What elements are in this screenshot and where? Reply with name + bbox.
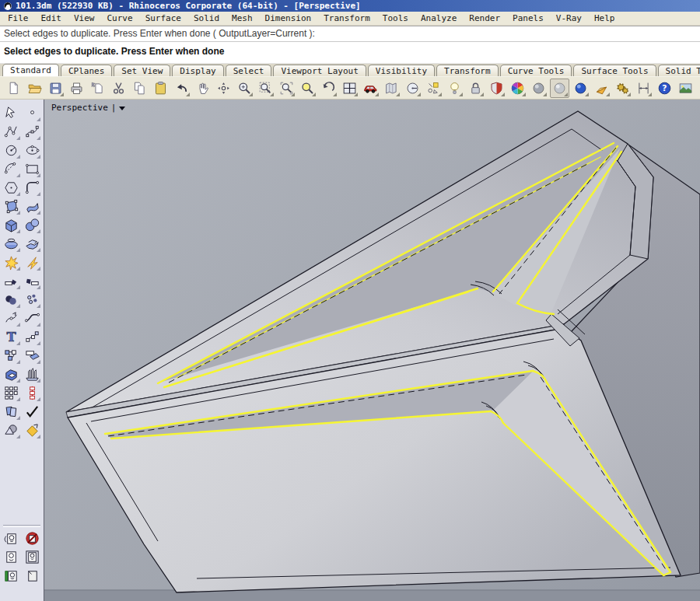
sidebar-ellipse-button[interactable] bbox=[23, 142, 42, 159]
toolbar-vray-cone-button[interactable] bbox=[592, 79, 611, 98]
toolbar-zoom-window-button[interactable] bbox=[298, 79, 317, 98]
sidebar-move-points-button[interactable] bbox=[23, 328, 42, 346]
sidebar-curve-corner-button[interactable] bbox=[23, 179, 42, 197]
toolbar-ghosted-sphere-button[interactable] bbox=[550, 79, 569, 98]
sidebar-single-point-button[interactable] bbox=[23, 104, 42, 122]
sidebar-linear-array-button[interactable] bbox=[23, 384, 42, 402]
toolbar-named-cplane-button[interactable] bbox=[382, 79, 401, 98]
toolbar-options-gears-button[interactable] bbox=[613, 79, 632, 98]
menu-v-ray[interactable]: V-Ray bbox=[550, 12, 588, 26]
sidebar-shear-button[interactable] bbox=[23, 347, 42, 365]
menu-solid[interactable]: Solid bbox=[187, 12, 226, 26]
toolbar-rendered-sphere-button[interactable] bbox=[571, 79, 590, 98]
sidebar-rect-array-button[interactable] bbox=[2, 384, 21, 402]
tab-display[interactable]: Display bbox=[172, 65, 223, 76]
toolbar-pan-hand-button[interactable] bbox=[193, 79, 212, 98]
sidebar-point-cloud-button[interactable] bbox=[23, 291, 42, 309]
sidebar-adjust-curve-button[interactable] bbox=[2, 309, 21, 327]
viewport-dropdown-icon[interactable] bbox=[119, 107, 125, 110]
toolbar-render-image-button[interactable] bbox=[676, 79, 695, 98]
sidebar-ribs-button[interactable] bbox=[23, 365, 42, 383]
sidebar-boolean-solids-button[interactable] bbox=[2, 421, 21, 439]
sidebar-spheres-button[interactable] bbox=[23, 216, 42, 234]
viewport-title-label[interactable]: Perspective bbox=[51, 103, 108, 114]
tab-standard[interactable]: Standard bbox=[2, 64, 59, 76]
toolbar-lock-button[interactable] bbox=[466, 79, 485, 98]
toolbar-select-objects-button[interactable] bbox=[424, 79, 443, 98]
menu-transform[interactable]: Transform bbox=[317, 12, 376, 26]
toolbar-color-wheel-button[interactable] bbox=[508, 79, 527, 98]
sidebar-group-button[interactable] bbox=[2, 403, 21, 421]
toolbar-lamp-button[interactable] bbox=[445, 79, 464, 98]
sidebar-chamfer-left-button[interactable] bbox=[2, 272, 21, 290]
tab-visibility[interactable]: Visibility bbox=[368, 65, 435, 76]
toolbar-zoom-dynamic-button[interactable] bbox=[235, 79, 254, 98]
viewport-title[interactable]: Perspective | bbox=[51, 103, 125, 114]
sidebar-surface-from-points-button[interactable] bbox=[2, 197, 21, 215]
menu-render[interactable]: Render bbox=[463, 12, 506, 26]
sidebar-select-arrow-button[interactable] bbox=[2, 104, 21, 122]
toolbar-export-file-button[interactable] bbox=[88, 79, 107, 98]
toolbar-set-view-button[interactable] bbox=[403, 79, 422, 98]
sidebar-torus-button[interactable] bbox=[2, 235, 21, 253]
tab-surface-tools[interactable]: Surface Tools bbox=[573, 65, 656, 76]
window-titlebar[interactable]: 101.3dm (522930 KB) - Rhinoceros Corpora… bbox=[0, 0, 700, 12]
toolbar-print-button[interactable] bbox=[67, 79, 86, 98]
menu-curve[interactable]: Curve bbox=[101, 12, 139, 26]
menu-file[interactable]: File bbox=[2, 12, 35, 26]
menu-mesh[interactable]: Mesh bbox=[226, 12, 259, 26]
toolbar-copy-button[interactable] bbox=[130, 79, 149, 98]
sidebar-vray-disabled-button[interactable] bbox=[23, 529, 42, 547]
sidebar-explode-button[interactable] bbox=[2, 253, 21, 271]
sidebar-box-button[interactable] bbox=[2, 216, 21, 234]
sidebar-surface-sheets-button[interactable] bbox=[23, 235, 42, 253]
sidebar-check-mark-button[interactable] bbox=[23, 403, 42, 421]
sidebar-text-button[interactable]: T bbox=[2, 328, 21, 346]
sidebar-vray-rotate-frame-button[interactable] bbox=[2, 529, 21, 547]
tab-cplanes[interactable]: CPlanes bbox=[61, 65, 112, 76]
toolbar-undo-button[interactable] bbox=[172, 79, 191, 98]
sidebar-curved-surface-button[interactable] bbox=[23, 197, 42, 215]
sidebar-fillet-surface-button[interactable] bbox=[23, 253, 42, 271]
sidebar-vray-frame-a-button[interactable] bbox=[2, 548, 21, 566]
toolbar-shaded-sphere-button[interactable] bbox=[529, 79, 548, 98]
sidebar-solid-edit-button[interactable] bbox=[2, 365, 21, 383]
toolbar-viewport-layout-button[interactable] bbox=[340, 79, 359, 98]
sidebar-vray-frame-d-button[interactable] bbox=[23, 567, 42, 585]
sidebar-patch-corner-button[interactable] bbox=[23, 421, 42, 439]
toolbar-open-file-button[interactable] bbox=[25, 79, 44, 98]
menu-edit[interactable]: Edit bbox=[35, 12, 68, 26]
toolbar-car-button[interactable] bbox=[361, 79, 380, 98]
tab-solid-tools[interactable]: Solid Tools bbox=[658, 65, 700, 76]
menu-surface[interactable]: Surface bbox=[139, 12, 187, 26]
tab-curve-tools[interactable]: Curve Tools bbox=[500, 65, 572, 76]
menu-dimension[interactable]: Dimension bbox=[259, 12, 318, 26]
sidebar-polyline-button[interactable] bbox=[2, 123, 21, 141]
sidebar-vray-frame-b-button[interactable] bbox=[23, 548, 42, 566]
menu-help[interactable]: Help bbox=[588, 12, 621, 26]
sidebar-blend-curve-button[interactable] bbox=[23, 309, 42, 327]
menu-panels[interactable]: Panels bbox=[506, 12, 550, 26]
sidebar-rectangle-button[interactable] bbox=[23, 160, 42, 178]
toolbar-new-file-button[interactable] bbox=[4, 79, 23, 98]
toolbar-shield-button[interactable] bbox=[487, 79, 506, 98]
toolbar-help-button[interactable]: ? bbox=[655, 79, 674, 98]
command-prompt[interactable]: Select edges to duplicate. Press Enter w… bbox=[0, 42, 700, 64]
toolbar-zoom-selected-button[interactable] bbox=[277, 79, 296, 98]
menu-tools[interactable]: Tools bbox=[376, 12, 415, 26]
sidebar-curve-boolean-button[interactable] bbox=[2, 291, 21, 309]
tab-transform[interactable]: Transform bbox=[436, 65, 499, 76]
toolbar-undo-view-button[interactable] bbox=[319, 79, 338, 98]
sidebar-blocks-button[interactable] bbox=[2, 347, 21, 365]
tab-viewport-layout[interactable]: Viewport Layout bbox=[273, 65, 366, 76]
sidebar-arc-button[interactable] bbox=[2, 160, 21, 178]
toolbar-dimension-button[interactable] bbox=[634, 79, 653, 98]
tab-select[interactable]: Select bbox=[226, 65, 272, 76]
menu-view[interactable]: View bbox=[68, 12, 101, 26]
tab-set-view[interactable]: Set View bbox=[114, 65, 170, 76]
sidebar-circle-button[interactable] bbox=[2, 142, 21, 159]
sidebar-control-point-curve-button[interactable] bbox=[23, 123, 42, 141]
toolbar-cut-button[interactable] bbox=[109, 79, 128, 98]
toolbar-save-button[interactable] bbox=[46, 79, 65, 98]
sidebar-chamfer-right-button[interactable] bbox=[23, 272, 42, 290]
